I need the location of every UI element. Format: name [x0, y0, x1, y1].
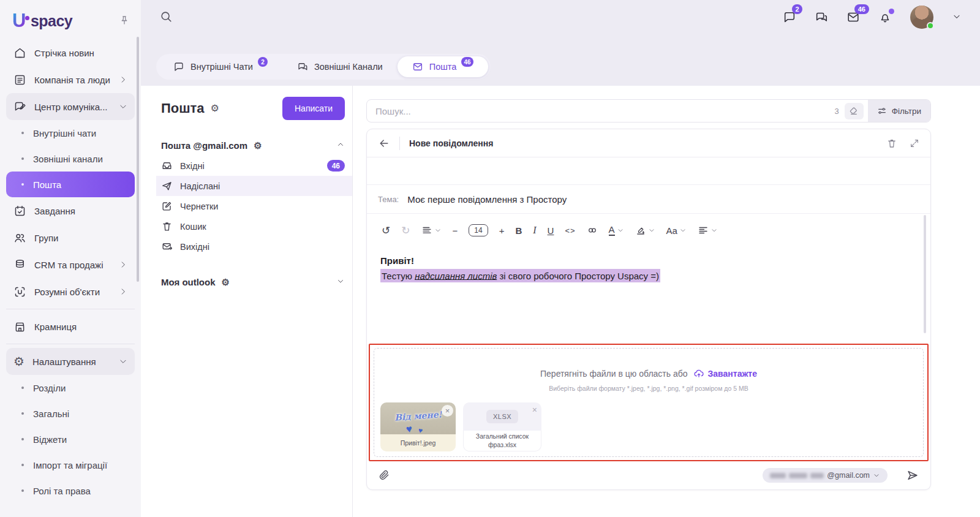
code-button[interactable]: <>	[562, 224, 578, 238]
line-height-button[interactable]	[419, 222, 444, 238]
attach-file-button[interactable]	[378, 469, 390, 481]
file-dropzone[interactable]: Перетягніть файли в цю область або Заван…	[369, 344, 929, 461]
sidebar-item-settings[interactable]: ⚙ Налаштування	[6, 348, 135, 375]
body-greeting: Привіт!	[380, 255, 917, 266]
search-input[interactable]	[367, 106, 834, 116]
filters-button[interactable]: Фільтри	[868, 100, 930, 122]
clear-filters-button[interactable]	[845, 103, 864, 119]
remove-attachment-button[interactable]: ×	[532, 406, 537, 414]
tab-badge: 2	[258, 57, 268, 67]
subject-row[interactable]: Тема: Моє перше повідомлення з Простору	[367, 185, 930, 214]
sidebar-item-groups[interactable]: Групи	[6, 224, 135, 251]
sidebar-item-smart-objects[interactable]: Розумні об'єкти	[6, 278, 135, 305]
folder-trash[interactable]: Кошик	[156, 216, 352, 236]
chats-icon[interactable]: 2	[783, 10, 796, 24]
attachment-filename: Загальний список фраз.xlsx	[463, 431, 541, 451]
chevron-down-icon	[119, 102, 127, 111]
from-account-select[interactable]: @gmail.com	[763, 468, 888, 483]
bold-button[interactable]: B	[513, 223, 524, 238]
upload-link[interactable]: Завантажте	[693, 368, 757, 379]
account-gear-icon[interactable]: ⚙	[254, 141, 262, 150]
divider	[6, 309, 135, 309]
tab-external-channels[interactable]: Зовнішні Канали	[282, 56, 398, 77]
uspacy-logo[interactable]: Uspacy	[12, 10, 72, 32]
sidebar-item-marketplace[interactable]: Крамниця	[6, 313, 135, 340]
store-icon	[13, 320, 26, 333]
expand-button[interactable]	[910, 138, 919, 148]
text-color-button[interactable]: A	[606, 222, 627, 238]
sliders-icon	[877, 106, 887, 116]
undo-button[interactable]: ↺	[379, 223, 393, 238]
folder-outbox[interactable]: Вихідні	[156, 236, 352, 257]
content: Пошта ⚙ Написати Пошта @gmail.com ⚙ Вхід…	[141, 86, 980, 517]
sidebar-item-label: Імпорт та міграції	[33, 460, 107, 470]
recipients-row[interactable]	[367, 157, 930, 185]
sidebar-item-import[interactable]: Імпорт та міграції	[6, 452, 135, 478]
folder-sent[interactable]: Надіслані	[156, 176, 352, 196]
sidebar-item-comm-center[interactable]: Центр комуніка...	[6, 93, 135, 120]
compose-header: Нове повідомлення	[367, 129, 930, 157]
chevron-up-icon[interactable]	[336, 140, 345, 151]
sidebar-item-roles[interactable]: Ролі та права	[6, 478, 135, 504]
channels-icon[interactable]	[815, 10, 828, 24]
editor-scrollbar[interactable]	[924, 215, 926, 333]
underline-button[interactable]: U	[545, 223, 557, 238]
font-size-decrease-button[interactable]: −	[450, 223, 461, 238]
link-button[interactable]	[584, 222, 600, 238]
sidebar-item-internal-chats[interactable]: Внутрішні чати	[6, 120, 135, 146]
tab-mail[interactable]: Пошта 46	[398, 56, 488, 77]
back-button[interactable]	[378, 137, 390, 149]
mail-icon[interactable]: 46	[846, 10, 860, 24]
sidebar-item-label: Групи	[34, 233, 58, 243]
sidebar-item-crm[interactable]: CRM та продажі	[6, 251, 135, 278]
file-type-badge: XLSX	[486, 410, 518, 423]
comm-center-icon	[13, 100, 26, 113]
mail-search-bar: 3 Фільтри	[366, 99, 931, 123]
company-icon	[13, 74, 26, 86]
logo-text: spacy	[31, 12, 72, 30]
global-search-icon[interactable]	[159, 10, 173, 25]
font-size-increase-button[interactable]: +	[497, 223, 507, 238]
highlight-color-button[interactable]	[633, 222, 658, 238]
account-gear-icon[interactable]: ⚙	[222, 277, 230, 287]
italic-button[interactable]: I	[530, 222, 538, 238]
subject-value[interactable]: Моє перше повідомлення з Простору	[407, 194, 567, 205]
mail-account-gmail[interactable]: Пошта @gmail.com ⚙	[156, 135, 352, 156]
profile-menu-chevron-icon[interactable]	[952, 12, 962, 23]
sidebar-item-general[interactable]: Загальні	[6, 401, 135, 426]
send-button[interactable]	[906, 469, 919, 482]
sidebar-item-widgets[interactable]: Віджети	[6, 426, 135, 452]
chevron-down-icon[interactable]	[336, 277, 345, 287]
pin-sidebar-icon[interactable]	[119, 15, 130, 28]
sidebar-scrollbar[interactable]	[137, 37, 139, 282]
sidebar-item-mail[interactable]: Пошта	[6, 172, 135, 197]
remove-attachment-button[interactable]: ×	[442, 405, 453, 417]
mail-settings-gear-icon[interactable]: ⚙	[211, 104, 219, 113]
notifications-icon[interactable]	[878, 10, 892, 24]
folder-inbox[interactable]: Вхідні 46	[156, 156, 352, 176]
message-body-editor[interactable]: Привіт! Тестую надсилання листів зі свог…	[367, 247, 930, 344]
align-button[interactable]	[695, 222, 720, 238]
tab-internal-chats[interactable]: Внутрішні Чати 2	[159, 56, 282, 77]
sidebar-item-newsfeed[interactable]: Стрічка новин	[6, 39, 135, 66]
eraser-icon	[849, 106, 859, 116]
sidebar-item-sections[interactable]: Розділи	[6, 375, 135, 401]
attachment-file-card[interactable]: XLSX Загальний список фраз.xlsx ×	[463, 402, 541, 451]
attachment-image-card[interactable]: Від мене! ♥ ♥ Привіт!.jpeg ×	[380, 402, 456, 451]
avatar[interactable]	[910, 6, 933, 29]
mail-account-outlook[interactable]: Моя outlook ⚙	[156, 271, 352, 292]
divider	[399, 137, 400, 150]
font-size-value[interactable]: 14	[466, 222, 490, 239]
folder-drafts[interactable]: Чернетки	[156, 196, 352, 216]
compose-card: Нове повідомлення Тема:	[366, 129, 931, 490]
compose-button[interactable]: Написати	[282, 97, 345, 120]
delete-draft-button[interactable]	[886, 138, 897, 149]
tab-label: Зовнішні Канали	[314, 62, 383, 72]
chevron-down-icon	[617, 227, 624, 234]
font-family-button[interactable]: Aa	[664, 223, 689, 238]
sidebar-item-tasks[interactable]: Завдання	[6, 197, 135, 224]
chat-bubble-icon	[173, 61, 184, 72]
redo-button[interactable]: ↻	[399, 223, 412, 238]
sidebar-item-external-channels[interactable]: Зовнішні канали	[6, 146, 135, 172]
sidebar-item-company[interactable]: Компанія та люди	[6, 66, 135, 93]
